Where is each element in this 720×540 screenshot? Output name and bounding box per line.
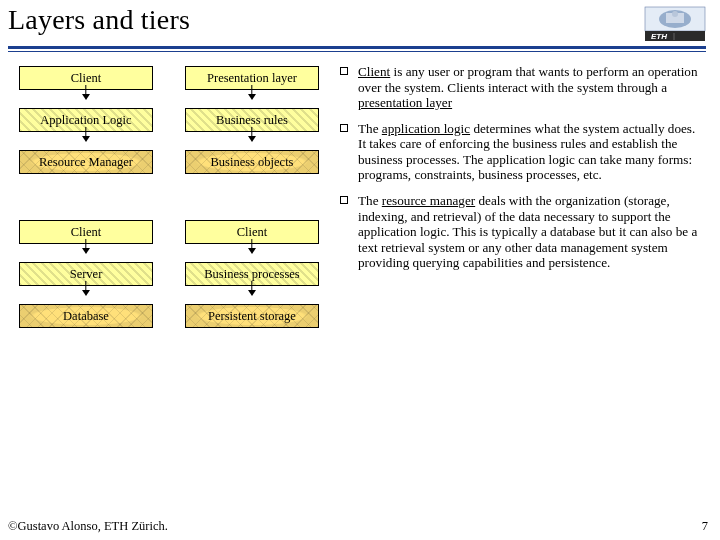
page-title: Layers and tiers xyxy=(6,4,190,36)
svg-point-3 xyxy=(672,11,678,17)
page-number: 7 xyxy=(702,519,708,534)
bullet-item: The resource manager deals with the orga… xyxy=(340,193,706,271)
bullet-item: The application logic determines what th… xyxy=(340,121,706,183)
copyright: ©Gustavo Alonso, ETH Zürich. xyxy=(8,519,168,534)
square-bullet-icon xyxy=(340,67,348,75)
box-persistent-storage: Persistent storage xyxy=(185,304,319,328)
title-rule xyxy=(6,46,706,52)
box-database: Database xyxy=(19,304,153,328)
box-resource-manager: Resource Manager xyxy=(19,150,153,174)
bullet-list: Client is any user or program that wants… xyxy=(340,64,706,271)
diagram: Client Presentation layer Application Lo… xyxy=(6,62,332,494)
square-bullet-icon xyxy=(340,196,348,204)
bullet-item: Client is any user or program that wants… xyxy=(340,64,706,111)
square-bullet-icon xyxy=(340,124,348,132)
eth-logo: ETH xyxy=(644,6,706,42)
svg-text:ETH: ETH xyxy=(651,32,667,41)
box-business-objects: Business objects xyxy=(185,150,319,174)
